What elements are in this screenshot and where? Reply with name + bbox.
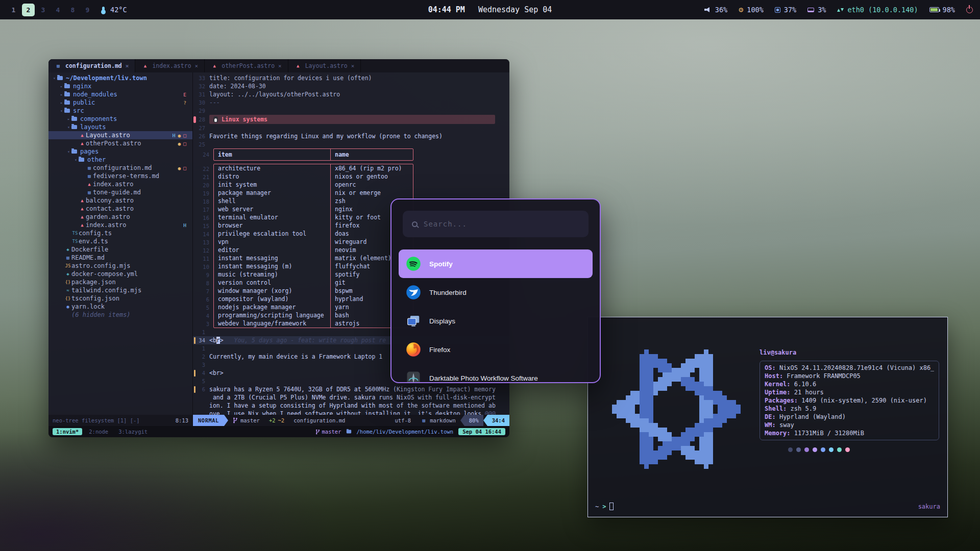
workspace-8[interactable]: 8: [66, 4, 79, 16]
logo-pixel: [644, 349, 649, 354]
tree-item-readme-md[interactable]: ▤README.md: [48, 254, 192, 262]
volume-module[interactable]: 36%: [704, 6, 727, 14]
prompt-symbol: >: [602, 503, 606, 510]
logo-pixel: [676, 446, 681, 450]
tree-item-label: src: [73, 107, 84, 114]
tree-item-tailwind-config-mjs[interactable]: ≈tailwind.config.mjs: [48, 286, 192, 294]
logo-pixel: [612, 405, 617, 409]
logo-pixel: [635, 418, 640, 423]
tree-item-index-astro[interactable]: ▲index.astro: [48, 180, 192, 188]
tree-item-other[interactable]: ▾other: [48, 156, 192, 164]
logo-pixel: [649, 455, 653, 460]
battery-icon: [929, 7, 939, 12]
status-marker: ●: [178, 165, 181, 171]
tree-item-label: contact.astro: [86, 205, 134, 212]
editor-tab-configuration-md[interactable]: ▤configuration.md×: [48, 59, 135, 72]
brightness-module[interactable]: ⚙ 100%: [739, 6, 764, 14]
tree-item-public[interactable]: ▸public?: [48, 98, 192, 107]
tree-item-garden-astro[interactable]: ▲garden.astro: [48, 213, 192, 221]
logo-pixel: [653, 455, 658, 460]
tree-item-env-d-ts[interactable]: TSenv.d.ts: [48, 237, 192, 245]
editor-tab-index-astro[interactable]: ▲index.astro×: [135, 59, 205, 72]
status-marker: H: [183, 222, 186, 228]
logo-pixel: [685, 382, 690, 386]
logo-pixel: [690, 363, 695, 368]
workspace-3[interactable]: 3: [37, 4, 50, 16]
table-cell-item: vpn: [214, 238, 330, 246]
tree-item-development-liv-town[interactable]: ▾~/Development/liv.town: [48, 74, 192, 82]
editor-tab-layout-astro[interactable]: ▲Layout.astro×: [288, 59, 361, 72]
tree-item-src[interactable]: ▾src: [48, 107, 192, 115]
launcher-item-displays[interactable]: Displays: [399, 307, 593, 335]
tmux-window-1-nvim[interactable]: 1:nvim*: [53, 428, 82, 435]
logo-pixel: [699, 363, 704, 368]
tree-item-pages[interactable]: ▾pages: [48, 147, 192, 156]
tree-item-tsconfig-json[interactable]: {}tsconfig.json: [48, 294, 192, 303]
table-cell-name: nixos or gentoo: [330, 172, 413, 181]
markdown-icon: ▤: [420, 418, 427, 423]
logo-pixel: [685, 363, 690, 368]
logo-pixel: [718, 400, 722, 405]
logo-pixel: [663, 359, 667, 363]
workspace-2[interactable]: 2: [22, 4, 35, 16]
buffer-line: 31layout: ../../layouts/otherPost.astro: [193, 90, 509, 98]
clock-time: 04:44 PM: [428, 5, 465, 14]
tree-item-docker-compose-yml[interactable]: ◈docker-compose.yml: [48, 270, 192, 278]
logo-pixel: [644, 418, 649, 423]
logo-pixel: [653, 428, 658, 432]
launcher-search-input[interactable]: Search...: [403, 211, 589, 237]
tab-close-icon[interactable]: ×: [195, 63, 199, 69]
tree-item-nginx[interactable]: ▸nginx: [48, 82, 192, 90]
tree-item-index-astro[interactable]: ▲index.astroH: [48, 221, 192, 229]
tree-item-6-hidden-items[interactable]: (6 hidden items): [48, 311, 192, 319]
launcher-item-firefox[interactable]: Firefox: [399, 335, 593, 364]
launcher-item-spotify[interactable]: Spotify: [399, 249, 593, 278]
logo-pixel: [644, 460, 649, 464]
status-marker: □: [183, 133, 186, 138]
md-table-body: 22architecturex86_64 (rip m2 pro)21distr…: [213, 164, 413, 328]
tree-item-layouts[interactable]: ▾layouts: [48, 123, 192, 131]
tab-close-icon[interactable]: ×: [126, 63, 129, 69]
tree-item-configuration-md[interactable]: ▤configuration.md●□: [48, 164, 192, 172]
fetch-label: Uptime:: [765, 389, 791, 396]
workspace-1[interactable]: 1: [7, 4, 20, 16]
tree-item-contact-astro[interactable]: ▲contact.astro: [48, 205, 192, 213]
line-text: title: configuration for devices i use (…: [209, 74, 372, 82]
editor-tab-otherpost-astro[interactable]: ▲otherPost.astro×: [205, 59, 288, 72]
logo-pixel: [704, 400, 708, 405]
fetch-entry-de: DE: Hyprland (Wayland): [765, 413, 934, 421]
tree-item-astro-config-mjs[interactable]: JSastro.config.mjs: [48, 262, 192, 270]
tmux-window-3-lazygit[interactable]: 3:lazygit: [115, 428, 151, 435]
text-cursor: r: [216, 337, 220, 344]
logo-pixel: [663, 363, 667, 368]
logo-pixel: [667, 437, 672, 441]
tree-item-tone-guide-md[interactable]: ▤tone-guide.md: [48, 188, 192, 196]
launcher-item-darktable-photo-workflow-software[interactable]: Darktable Photo Workflow Software: [399, 364, 593, 383]
prompt-path: ~: [595, 503, 599, 510]
line-number: 31: [196, 90, 209, 98]
workspace-9[interactable]: 9: [81, 4, 94, 16]
shell-prompt[interactable]: ~ >: [595, 503, 614, 510]
tmux-window-2-node[interactable]: 2:node: [85, 428, 112, 435]
tree-item-package-json[interactable]: {}package.json: [48, 278, 192, 286]
tree-item-fediverse-terms-md[interactable]: ▤fediverse-terms.md: [48, 172, 192, 180]
tree-item-layout-astro[interactable]: ▲Layout.astroH●□: [48, 131, 192, 139]
tree-item-balcony-astro[interactable]: ▲balcony.astro: [48, 196, 192, 205]
tree-item-node-modules[interactable]: ▸node_modulesE: [48, 90, 192, 98]
tree-item-otherpost-astro[interactable]: ▲otherPost.astro●□: [48, 139, 192, 147]
palette-dot-5: [829, 447, 834, 452]
logo-pixel: [649, 428, 653, 432]
launcher-item-thunderbird[interactable]: Thunderbird: [399, 278, 593, 307]
logo-pixel: [630, 391, 635, 395]
network-module[interactable]: eth0 (10.0.0.140): [837, 6, 918, 14]
tree-item-yarn-lock[interactable]: ◉yarn.lock: [48, 303, 192, 311]
power-module[interactable]: [966, 7, 973, 13]
tab-close-icon[interactable]: ×: [351, 63, 355, 69]
logo-pixel: [699, 450, 704, 455]
tree-item-components[interactable]: ▸components: [48, 115, 192, 123]
folder-icon: [64, 84, 70, 88]
tree-item-dockerfile[interactable]: ◈Dockerfile: [48, 245, 192, 254]
workspace-4[interactable]: 4: [52, 4, 64, 16]
tab-close-icon[interactable]: ×: [278, 63, 282, 69]
tree-item-config-ts[interactable]: TSconfig.ts: [48, 229, 192, 237]
